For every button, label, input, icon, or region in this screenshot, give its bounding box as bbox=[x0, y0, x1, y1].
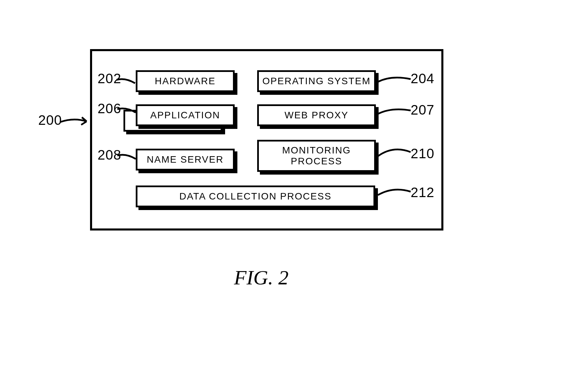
block-label: APPLICATION bbox=[150, 110, 220, 121]
block-hardware: HARDWARE bbox=[136, 70, 235, 92]
block-label: MONITORINGPROCESS bbox=[282, 145, 351, 167]
figure-caption: FIG. 2 bbox=[234, 266, 289, 290]
leader-line bbox=[378, 188, 412, 198]
block-webproxy: WEB PROXY bbox=[257, 104, 376, 126]
block-application: APPLICATION bbox=[136, 104, 235, 126]
block-label: HARDWARE bbox=[155, 76, 216, 87]
leader-line bbox=[378, 76, 412, 87]
block-label: DATA COLLECTION PROCESS bbox=[179, 191, 332, 202]
leader-line bbox=[117, 154, 138, 162]
ref-200: 200 bbox=[38, 113, 62, 128]
leader-line bbox=[117, 78, 137, 85]
block-label: WEB PROXY bbox=[284, 110, 349, 121]
leader-line bbox=[378, 108, 412, 119]
leader-line bbox=[378, 147, 412, 159]
block-monitoring: MONITORINGPROCESS bbox=[257, 140, 376, 172]
ref-207: 207 bbox=[411, 102, 435, 118]
block-label: OPERATING SYSTEM bbox=[262, 76, 371, 87]
block-nameserver: NAME SERVER bbox=[136, 149, 235, 170]
block-datacollection: DATA COLLECTION PROCESS bbox=[136, 185, 375, 207]
block-label: NAME SERVER bbox=[147, 154, 223, 165]
leader-arrow bbox=[60, 116, 94, 130]
figure-canvas: HARDWARE 202 OPERATING SYSTEM 204 APPLIC… bbox=[0, 0, 588, 386]
leader-line bbox=[117, 108, 138, 115]
ref-204: 204 bbox=[411, 71, 435, 86]
block-os: OPERATING SYSTEM bbox=[257, 70, 376, 92]
ref-210: 210 bbox=[411, 146, 435, 161]
ref-212: 212 bbox=[411, 185, 435, 200]
